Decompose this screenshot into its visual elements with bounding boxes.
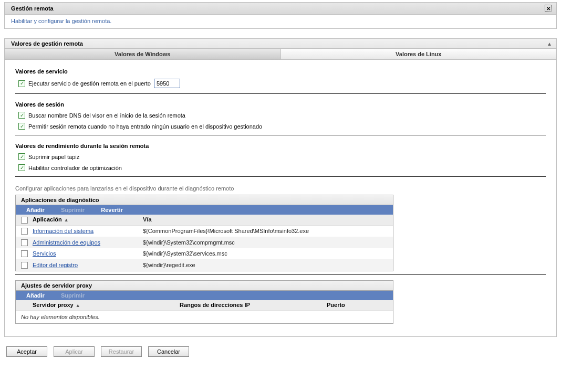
- settings-panel: Valores de gestión remota ▲ Valores de W…: [4, 38, 557, 337]
- page-title: Gestión remota: [11, 5, 54, 12]
- table-row: ✓ Servicios ${windir}\System32\services.…: [16, 248, 393, 260]
- diag-revert-button[interactable]: Revertir: [101, 207, 123, 213]
- tab-row: Valores de Windows Valores de Linux: [5, 49, 556, 60]
- suppress-row: ✓ Suprimir papel tapiz: [15, 151, 546, 162]
- dns-label: Buscar nombre DNS del visor en el inicio…: [28, 112, 185, 119]
- diag-col-app[interactable]: Aplicación▲: [33, 216, 143, 224]
- diag-col-via[interactable]: Vía: [143, 216, 393, 224]
- service-section-title: Valores de servicio: [15, 66, 546, 77]
- dns-row: ✓ Buscar nombre DNS del visor en el inic…: [15, 110, 546, 121]
- separator: [15, 274, 546, 275]
- tab-windows[interactable]: Valores de Windows: [5, 49, 281, 59]
- page-subtitle: Habilitar y configurar la gestión remota…: [5, 15, 556, 28]
- app-link[interactable]: Editor del registro: [33, 262, 78, 268]
- optimize-label: Habilitar controlador de optimización: [28, 165, 122, 171]
- run-service-row: ✓ Ejecutar servicio de gestión remota en…: [15, 77, 546, 90]
- diag-remove-button[interactable]: Suprimir: [61, 207, 85, 213]
- sort-asc-icon: ▲: [74, 303, 80, 308]
- diag-select-all-checkbox[interactable]: ✓: [21, 217, 28, 224]
- row-checkbox[interactable]: ✓: [21, 228, 28, 235]
- proxy-empty-message: No hay elementos disponibles.: [16, 311, 393, 323]
- proxy-col-server-label: Servidor proxy: [33, 302, 74, 308]
- app-link[interactable]: Servicios: [33, 250, 56, 257]
- button-row: Aceptar Aplicar Restaurar Cancelar: [0, 337, 561, 363]
- proxy-table-title: Ajustes de servidor proxy: [16, 281, 393, 291]
- table-row: ✓ Información del sistema ${CommonProgra…: [16, 226, 393, 237]
- app-link[interactable]: Información del sistema: [33, 228, 94, 234]
- proxy-col-server[interactable]: Servidor proxy▲: [33, 302, 180, 309]
- diag-action-bar: Añadir Suprimir Revertir: [16, 205, 393, 215]
- diag-hint: Configurar aplicaciones para lanzarlas e…: [15, 182, 546, 195]
- app-path: ${windir}\regedit.exe: [143, 262, 393, 268]
- separator: [15, 93, 546, 94]
- allow-session-row: ✓ Permitir sesión remota cuando no haya …: [15, 121, 546, 132]
- proxy-col-port[interactable]: Puerto: [327, 302, 379, 309]
- diag-column-header: ✓ Aplicación▲ Vía: [16, 215, 393, 226]
- app-link[interactable]: Administración de equipos: [33, 239, 100, 246]
- allow-session-checkbox[interactable]: ✓: [18, 123, 25, 130]
- diag-col-app-label: Aplicación: [33, 216, 62, 223]
- row-checkbox[interactable]: ✓: [21, 250, 28, 257]
- settings-panel-header: Valores de gestión remota ▲: [5, 39, 556, 49]
- session-section-title: Valores de sesión: [15, 99, 546, 110]
- ok-button[interactable]: Aceptar: [6, 346, 47, 357]
- diag-add-button[interactable]: Añadir: [26, 207, 45, 213]
- settings-content: Valores de servicio ✓ Ejecutar servicio …: [5, 60, 556, 336]
- app-path: ${windir}\System32\compmgmt.msc: [143, 239, 393, 246]
- port-input[interactable]: [154, 79, 180, 88]
- suppress-label: Suprimir papel tapiz: [28, 154, 79, 160]
- restore-button[interactable]: Restaurar: [101, 346, 142, 357]
- tab-linux[interactable]: Valores de Linux: [281, 49, 557, 59]
- separator: [15, 135, 546, 135]
- proxy-action-bar: Añadir Suprimir: [16, 291, 393, 300]
- row-checkbox[interactable]: ✓: [21, 239, 28, 246]
- optimize-row: ✓ Habilitar controlador de optimización: [15, 162, 546, 173]
- cancel-button[interactable]: Cancelar: [148, 346, 189, 357]
- apply-button[interactable]: Aplicar: [54, 346, 95, 357]
- settings-panel-title: Valores de gestión remota: [11, 40, 83, 47]
- diag-apps-table: Aplicaciones de diagnóstico Añadir Supri…: [15, 195, 393, 271]
- diag-table-title: Aplicaciones de diagnóstico: [16, 195, 393, 205]
- allow-session-label: Permitir sesión remota cuando no haya en…: [28, 123, 262, 130]
- optimize-checkbox[interactable]: ✓: [18, 164, 25, 171]
- close-icon[interactable]: ✕: [545, 5, 552, 12]
- proxy-column-header: ✓ Servidor proxy▲ Rangos de direcciones …: [16, 300, 393, 311]
- table-row: ✓ Editor del registro ${windir}\regedit.…: [16, 259, 393, 271]
- app-path: ${CommonProgramFiles}\Microsoft Shared\M…: [143, 228, 393, 234]
- app-path: ${windir}\System32\services.msc: [143, 250, 393, 257]
- run-service-label: Ejecutar servicio de gestión remota en e…: [28, 80, 151, 87]
- separator: [15, 176, 546, 177]
- proxy-col-ranges[interactable]: Rangos de direcciones IP: [180, 302, 327, 309]
- page-header-panel: Gestión remota ✕ Habilitar y configurar …: [4, 2, 557, 29]
- proxy-remove-button[interactable]: Suprimir: [61, 292, 85, 299]
- row-checkbox[interactable]: ✓: [21, 262, 28, 269]
- proxy-add-button[interactable]: Añadir: [26, 292, 45, 299]
- table-row: ✓ Administración de equipos ${windir}\Sy…: [16, 237, 393, 248]
- perf-section-title: Valores de rendimiento durante la sesión…: [15, 141, 546, 151]
- proxy-table: Ajustes de servidor proxy Añadir Suprimi…: [15, 280, 393, 324]
- page-header-bar: Gestión remota ✕: [5, 3, 556, 15]
- dns-checkbox[interactable]: ✓: [18, 112, 25, 119]
- suppress-checkbox[interactable]: ✓: [18, 153, 25, 160]
- run-service-checkbox[interactable]: ✓: [18, 80, 25, 87]
- sort-asc-icon: ▲: [62, 217, 69, 223]
- collapse-icon[interactable]: ▲: [547, 41, 552, 47]
